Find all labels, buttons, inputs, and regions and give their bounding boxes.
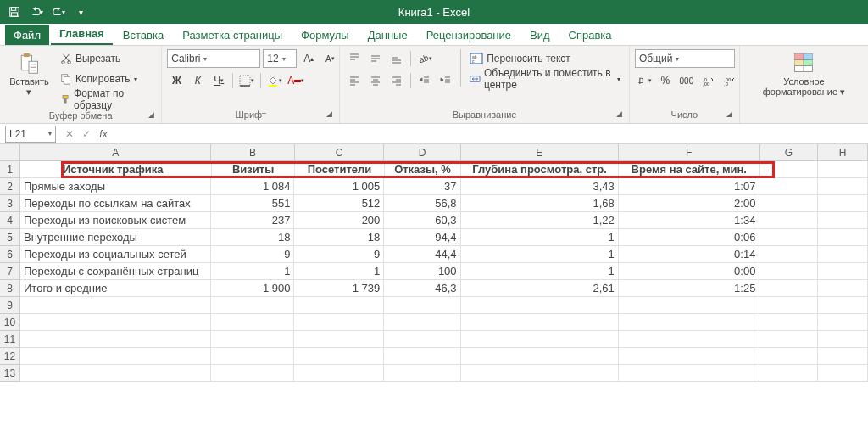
cell[interactable]: 100 — [384, 263, 460, 280]
cell[interactable] — [294, 331, 384, 348]
cell[interactable]: 1 — [461, 229, 619, 246]
cell[interactable] — [294, 297, 384, 314]
cell[interactable]: Переходы из поисковых систем — [20, 212, 211, 229]
cell[interactable] — [760, 365, 818, 382]
cell[interactable]: 1 005 — [294, 178, 384, 195]
cell[interactable] — [760, 314, 818, 331]
cell[interactable] — [818, 195, 868, 212]
row-header-10[interactable]: 10 — [0, 314, 20, 331]
col-header-C[interactable]: C — [295, 144, 385, 161]
cell[interactable]: 1:25 — [619, 280, 760, 297]
cell[interactable] — [818, 348, 868, 365]
cell[interactable] — [760, 331, 818, 348]
col-header-G[interactable]: G — [760, 144, 819, 161]
name-box[interactable]: L21▾ — [5, 126, 56, 143]
clipboard-launcher-icon[interactable]: ◢ — [148, 110, 154, 119]
cell[interactable] — [760, 229, 818, 246]
cell[interactable] — [461, 365, 619, 382]
cell[interactable] — [294, 365, 384, 382]
cell[interactable] — [818, 280, 868, 297]
formula-input[interactable] — [112, 126, 868, 143]
font-color-button[interactable]: А▾ — [287, 71, 305, 90]
cell[interactable]: Итого и средние — [20, 280, 211, 297]
col-header-H[interactable]: H — [818, 144, 868, 161]
cell[interactable]: 1 — [461, 246, 619, 263]
cell[interactable]: 1 — [211, 263, 294, 280]
font-launcher-icon[interactable]: ◢ — [326, 109, 332, 118]
cell[interactable]: 9 — [294, 246, 384, 263]
cell[interactable] — [760, 178, 818, 195]
tab-разметка страницы[interactable]: Разметка страницы — [174, 25, 291, 45]
col-header-E[interactable]: E — [461, 144, 619, 161]
row-header-2[interactable]: 2 — [0, 178, 20, 195]
borders-button[interactable]: ▾ — [237, 71, 256, 90]
cell[interactable]: 0:14 — [619, 246, 760, 263]
cell[interactable] — [818, 297, 868, 314]
cancel-formula-icon[interactable]: ✕ — [61, 126, 78, 143]
row-header-11[interactable]: 11 — [0, 331, 20, 348]
cell[interactable] — [818, 161, 868, 178]
comma-style-button[interactable]: 000 — [677, 71, 696, 90]
cell[interactable] — [818, 365, 868, 382]
cell[interactable] — [760, 263, 818, 280]
cell[interactable]: 2,61 — [461, 280, 619, 297]
cell[interactable]: 3,43 — [461, 178, 619, 195]
cell[interactable] — [461, 297, 619, 314]
cell[interactable] — [760, 212, 818, 229]
align-middle-icon[interactable] — [366, 49, 385, 68]
cell[interactable] — [384, 314, 460, 331]
tab-формулы[interactable]: Формулы — [292, 25, 358, 45]
cell[interactable] — [20, 314, 211, 331]
format-painter-button[interactable]: Формат по образцу — [57, 90, 156, 109]
cell[interactable] — [384, 297, 460, 314]
cell[interactable]: 44,4 — [384, 246, 460, 263]
accounting-format-button[interactable]: ₽▾ — [635, 71, 654, 90]
cut-button[interactable]: Вырезать — [57, 49, 156, 68]
underline-button[interactable]: Ч ▾ — [209, 71, 228, 90]
cell[interactable] — [619, 348, 760, 365]
cell[interactable]: 1,68 — [461, 195, 619, 212]
cell[interactable] — [818, 246, 868, 263]
wrap-text-button[interactable]: abcПереносить текст — [466, 49, 624, 68]
cell[interactable] — [211, 331, 294, 348]
cell[interactable]: Переходы по ссылкам на сайтах — [20, 195, 211, 212]
row-header-6[interactable]: 6 — [0, 246, 20, 263]
fx-icon[interactable]: fx — [95, 126, 112, 143]
cell[interactable] — [211, 348, 294, 365]
align-top-icon[interactable] — [345, 49, 364, 68]
tab-главная[interactable]: Главная — [51, 23, 113, 45]
bold-button[interactable]: Ж — [167, 71, 186, 90]
cell[interactable]: 9 — [211, 246, 294, 263]
cell[interactable] — [211, 297, 294, 314]
redo-icon[interactable]: ▾ — [49, 3, 68, 21]
cell[interactable] — [760, 348, 818, 365]
enter-formula-icon[interactable]: ✓ — [78, 126, 95, 143]
cell[interactable] — [20, 365, 211, 382]
number-launcher-icon[interactable]: ◢ — [726, 109, 732, 118]
increase-indent-icon[interactable] — [437, 71, 455, 90]
tab-рецензирование[interactable]: Рецензирование — [418, 25, 520, 45]
tab-данные[interactable]: Данные — [359, 25, 416, 45]
cell[interactable]: 60,3 — [384, 212, 460, 229]
cell[interactable] — [760, 161, 819, 178]
align-right-icon[interactable] — [387, 71, 406, 90]
cell[interactable]: 1 — [294, 263, 384, 280]
cell[interactable]: Прямые заходы — [20, 178, 211, 195]
save-icon[interactable] — [5, 3, 24, 21]
cell[interactable] — [294, 348, 384, 365]
cell[interactable]: 18 — [294, 229, 384, 246]
paste-button[interactable]: Вставить ▾ — [5, 49, 53, 98]
font-name-combo[interactable]: Calibri▾ — [167, 49, 260, 68]
decrease-indent-icon[interactable] — [415, 71, 434, 90]
cell[interactable] — [818, 229, 868, 246]
cell[interactable]: 512 — [294, 195, 384, 212]
orientation-button[interactable]: ab▾ — [415, 49, 434, 68]
align-center-icon[interactable] — [366, 71, 385, 90]
row-header-9[interactable]: 9 — [0, 297, 20, 314]
cell[interactable]: Визиты — [212, 161, 295, 178]
copy-button[interactable]: Копировать ▾ — [57, 70, 156, 88]
decrease-decimal-icon[interactable]: ,00,0 — [720, 71, 738, 90]
cell[interactable]: 18 — [211, 229, 294, 246]
cell[interactable]: 1 739 — [294, 280, 384, 297]
cell[interactable]: 237 — [211, 212, 294, 229]
